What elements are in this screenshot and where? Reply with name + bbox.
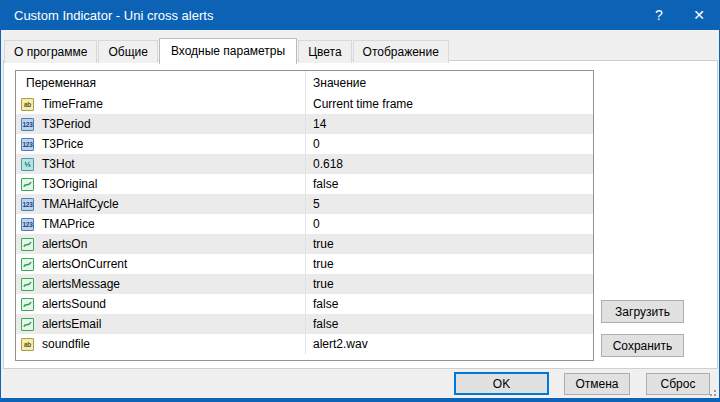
boolean-icon <box>21 178 34 191</box>
param-name: alertsMessage <box>42 277 120 291</box>
tab-page-inputs: Переменная Значение ab TimeFrame Current… <box>3 60 718 369</box>
reset-button[interactable]: Сброс <box>646 373 710 395</box>
param-name: soundfile <box>42 337 90 351</box>
cancel-button[interactable]: Отмена <box>564 373 630 395</box>
param-rows: ab TimeFrame Current time frame 123 T3Pe… <box>16 94 593 354</box>
param-name: T3Hot <box>42 157 75 171</box>
param-value[interactable]: true <box>306 237 593 251</box>
param-value[interactable]: alert2.wav <box>306 337 593 351</box>
param-value[interactable]: 0 <box>306 217 593 231</box>
param-name: TMAHalfCycle <box>42 197 119 211</box>
tab-цвета[interactable]: Цвета <box>298 40 351 63</box>
table-row[interactable]: alertsEmail false <box>16 314 593 334</box>
custom-indicator-dialog: Custom Indicator - Uni cross alerts ? ✕ … <box>0 0 720 402</box>
table-row[interactable]: 123 T3Period 14 <box>16 114 593 134</box>
param-name: TMAPrice <box>42 217 95 231</box>
parameters-table: Переменная Значение ab TimeFrame Current… <box>15 70 594 361</box>
tab-strip: О программеОбщиеВходные параметрыЦветаОт… <box>4 37 450 63</box>
param-value[interactable]: true <box>306 257 593 271</box>
param-name: alertsOnCurrent <box>42 257 127 271</box>
boolean-icon <box>21 298 34 311</box>
load-button[interactable]: Загрузить <box>601 300 684 323</box>
param-name: TimeFrame <box>42 97 103 111</box>
table-row[interactable]: 123 TMAPrice 0 <box>16 214 593 234</box>
boolean-icon <box>21 258 34 271</box>
param-name: T3Price <box>42 137 83 151</box>
boolean-icon <box>21 318 34 331</box>
table-row[interactable]: ab TimeFrame Current time frame <box>16 94 593 114</box>
table-row[interactable]: ab soundfile alert2.wav <box>16 334 593 354</box>
param-value[interactable]: false <box>306 177 593 191</box>
column-header-variable: Переменная <box>16 71 306 94</box>
table-row[interactable]: T3Original false <box>16 174 593 194</box>
param-name: alertsOn <box>42 237 87 251</box>
param-value[interactable]: Current time frame <box>306 97 593 111</box>
tab-о-программе[interactable]: О программе <box>4 40 97 63</box>
titlebar: Custom Indicator - Uni cross alerts ? ✕ <box>1 0 719 30</box>
table-row[interactable]: 123 T3Price 0 <box>16 134 593 154</box>
integer-icon: 123 <box>21 118 34 131</box>
table-row[interactable]: ½ T3Hot 0.618 <box>16 154 593 174</box>
integer-icon: 123 <box>21 198 34 211</box>
param-value[interactable]: true <box>306 277 593 291</box>
window-title: Custom Indicator - Uni cross alerts <box>1 8 639 23</box>
double-icon: ½ <box>21 158 34 171</box>
param-value[interactable]: 0.618 <box>306 157 593 171</box>
footer-bar: OK Отмена Сброс <box>1 369 719 398</box>
resize-grip-icon[interactable] <box>707 387 717 397</box>
table-row[interactable]: alertsSound false <box>16 294 593 314</box>
table-row[interactable]: 123 TMAHalfCycle 5 <box>16 194 593 214</box>
param-value[interactable]: false <box>306 317 593 331</box>
boolean-icon <box>21 238 34 251</box>
param-name: T3Period <box>42 117 91 131</box>
param-name: T3Original <box>42 177 97 191</box>
table-row[interactable]: alertsMessage true <box>16 274 593 294</box>
boolean-icon <box>21 278 34 291</box>
text-icon: ab <box>21 338 34 351</box>
param-name: alertsEmail <box>42 317 101 331</box>
column-header-value: Значение <box>306 76 593 90</box>
table-header: Переменная Значение <box>16 71 593 94</box>
integer-icon: 123 <box>21 218 34 231</box>
table-row[interactable]: alertsOnCurrent true <box>16 254 593 274</box>
param-value[interactable]: false <box>306 297 593 311</box>
ok-button[interactable]: OK <box>454 372 549 395</box>
tab-отображение[interactable]: Отображение <box>353 40 449 63</box>
param-value[interactable]: 0 <box>306 137 593 151</box>
param-value[interactable]: 5 <box>306 197 593 211</box>
integer-icon: 123 <box>21 138 34 151</box>
save-button[interactable]: Сохранить <box>601 334 684 357</box>
tab-общие[interactable]: Общие <box>98 40 157 63</box>
tab-входные-параметры[interactable]: Входные параметры <box>159 38 297 64</box>
param-name: alertsSound <box>42 297 106 311</box>
table-row[interactable]: alertsOn true <box>16 234 593 254</box>
close-button[interactable]: ✕ <box>679 0 719 30</box>
text-icon: ab <box>21 98 34 111</box>
help-button[interactable]: ? <box>639 0 679 30</box>
param-value[interactable]: 14 <box>306 117 593 131</box>
